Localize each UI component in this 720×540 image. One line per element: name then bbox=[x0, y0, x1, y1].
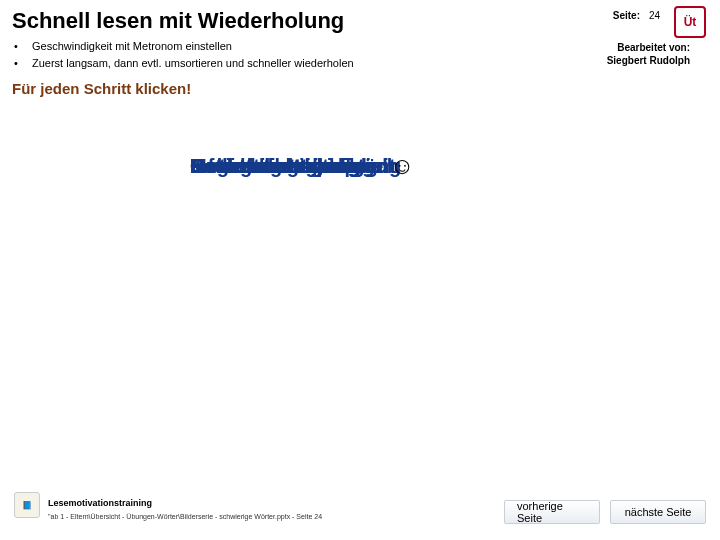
word: Motivationstraining bbox=[190, 155, 374, 178]
instructions-list: • Geschwindigkeit mit Metronom einstelle… bbox=[14, 38, 354, 71]
edited-by-label: Bearbeitet von: bbox=[617, 42, 690, 53]
footer-path: "ab 1 - Eltern\Übersicht - Übungen-Wörte… bbox=[48, 513, 322, 520]
smiley-icon: ☺ bbox=[390, 152, 415, 180]
edited-by-name: Siegbert Rudolph bbox=[607, 55, 690, 66]
next-page-button[interactable]: nächste Seite bbox=[610, 500, 706, 524]
list-item: • Geschwindigkeit mit Metronom einstelle… bbox=[14, 38, 354, 55]
page-title: Schnell lesen mit Wiederholung bbox=[12, 8, 344, 34]
page-number: 24 bbox=[649, 10, 660, 21]
slide: Schnell lesen mit Wiederholung Seite: 24… bbox=[0, 0, 720, 540]
list-item-text: Zuerst langsam, dann evtl. umsortieren u… bbox=[32, 55, 354, 72]
previous-page-button[interactable]: vorherige Seite bbox=[504, 500, 600, 524]
bullet-icon: • bbox=[14, 38, 32, 55]
click-each-step-title: Für jeden Schritt klicken! bbox=[12, 80, 191, 97]
footer-logo-glyph: 📘 bbox=[22, 501, 32, 510]
footer-title: Lesemotivationstraining bbox=[48, 498, 152, 508]
bullet-icon: • bbox=[14, 55, 32, 72]
list-item-text: Geschwindigkeit mit Metronom einstellen bbox=[32, 38, 232, 55]
page-label: Seite: bbox=[613, 10, 640, 21]
brand-logo: Üt bbox=[674, 6, 706, 38]
footer-logo: 📘 bbox=[14, 492, 40, 518]
list-item: • Zuerst langsam, dann evtl. umsortieren… bbox=[14, 55, 354, 72]
brand-logo-text: Üt bbox=[684, 15, 697, 29]
